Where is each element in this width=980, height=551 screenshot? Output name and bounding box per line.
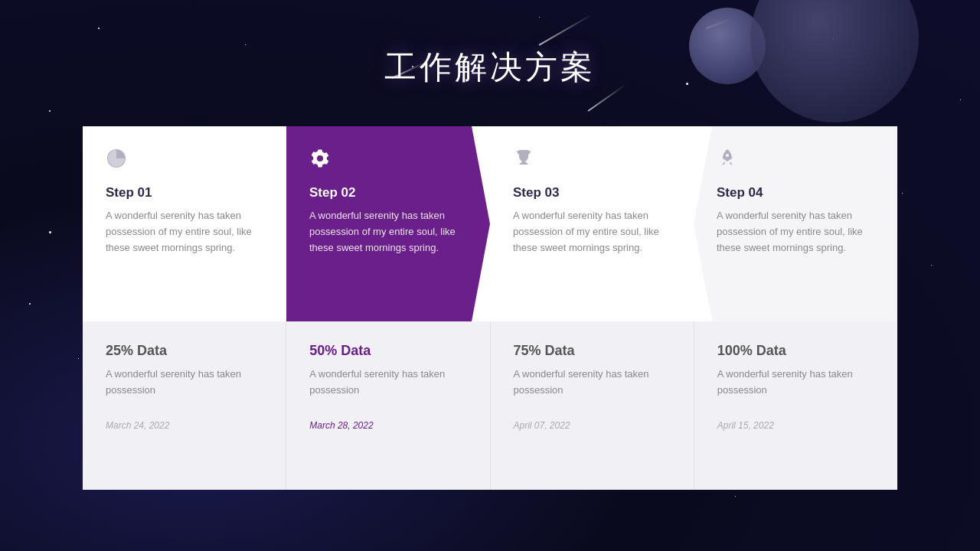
data-04-desc: A wonderful serenity has taken possessio… [717, 367, 874, 399]
step-card-04[interactable]: Step 04 A wonderful serenity has taken p… [694, 126, 897, 321]
step-02-label: Step 02 [309, 185, 467, 201]
step-03-icon [513, 148, 671, 174]
data-card-04: 100% Data A wonderful serenity has taken… [694, 321, 897, 490]
data-card-03: 75% Data A wonderful serenity has taken … [491, 321, 694, 490]
page-title: 工作解决方案 [384, 46, 596, 89]
step-04-label: Step 04 [717, 185, 874, 201]
data-02-desc: A wonderful serenity has taken possessio… [309, 367, 466, 399]
data-card-02: 50% Data A wonderful serenity has taken … [286, 321, 490, 490]
step-04-icon [717, 148, 874, 174]
data-02-date: March 28, 2022 [309, 420, 466, 431]
step-03-desc: A wonderful serenity has taken possessio… [513, 208, 671, 256]
data-03-desc: A wonderful serenity has taken possessio… [514, 367, 671, 399]
step-card-03[interactable]: Step 03 A wonderful serenity has taken p… [490, 126, 694, 321]
step-02-desc: A wonderful serenity has taken possessio… [309, 208, 467, 256]
steps-section: Step 01 A wonderful serenity has taken p… [83, 126, 897, 321]
data-01-desc: A wonderful serenity has taken possessio… [106, 367, 263, 399]
step-02-icon [309, 148, 467, 174]
main-panel: Step 01 A wonderful serenity has taken p… [83, 126, 897, 490]
step-01-desc: A wonderful serenity has taken possessio… [106, 208, 263, 256]
step-card-01[interactable]: Step 01 A wonderful serenity has taken p… [83, 126, 286, 321]
data-04-date: April 15, 2022 [717, 420, 874, 431]
data-section: 25% Data A wonderful serenity has taken … [83, 321, 897, 490]
step-card-02[interactable]: Step 02 A wonderful serenity has taken p… [286, 126, 490, 321]
step-04-desc: A wonderful serenity has taken possessio… [717, 208, 874, 256]
step-01-icon [106, 148, 263, 174]
step-03-label: Step 03 [513, 185, 671, 201]
data-03-date: April 07, 2022 [514, 420, 671, 431]
data-01-percent: 25% Data [106, 343, 263, 359]
data-02-percent: 50% Data [309, 343, 466, 359]
data-03-percent: 75% Data [514, 343, 671, 359]
data-01-date: March 24, 2022 [106, 420, 263, 431]
data-card-01: 25% Data A wonderful serenity has taken … [83, 321, 286, 490]
step-01-label: Step 01 [106, 185, 263, 201]
data-04-percent: 100% Data [717, 343, 874, 359]
